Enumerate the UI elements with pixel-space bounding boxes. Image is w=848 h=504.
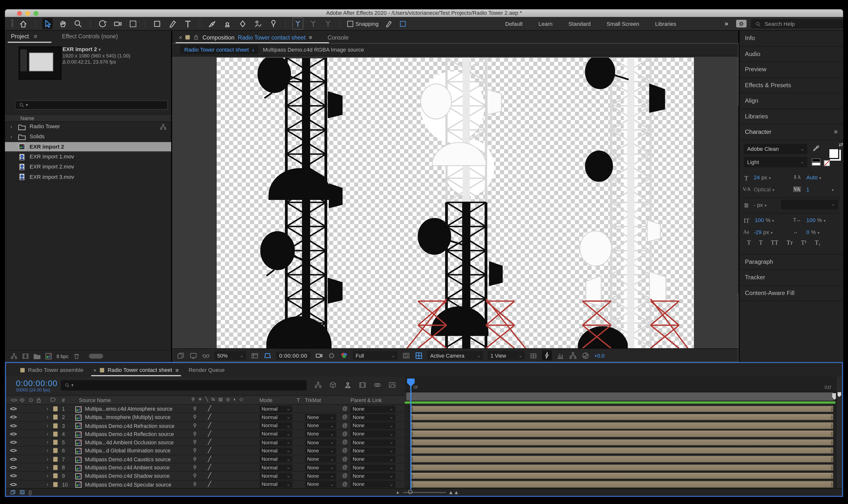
eraser-tool[interactable] — [237, 18, 248, 29]
layer-duration-bar[interactable] — [411, 422, 833, 429]
layer-label-swatch[interactable] — [53, 407, 58, 411]
pan-behind-tool[interactable] — [128, 18, 138, 29]
zoom-in-frames-icon[interactable]: ▲▲ — [448, 489, 459, 496]
zoom-window-button[interactable] — [33, 11, 38, 16]
trash-icon[interactable] — [73, 353, 80, 360]
always-preview-icon[interactable] — [177, 351, 185, 359]
graph-editor-icon[interactable] — [389, 381, 396, 389]
quality-icon[interactable]: ╱ — [208, 439, 211, 445]
show-snapshot-icon[interactable] — [328, 351, 336, 359]
layer-duration-row[interactable] — [405, 464, 835, 472]
layer-label-swatch[interactable] — [53, 482, 58, 487]
layer-label-swatch[interactable] — [53, 423, 58, 428]
table-row[interactable]: › 6 Multipa...d Global Illumination sour… — [6, 447, 405, 455]
world-axis-mode-button[interactable] — [308, 18, 318, 29]
layer-name[interactable]: Multipass Demo.c4d Reflection source — [85, 431, 191, 437]
blend-mode-dropdown[interactable]: Normal⌄ — [259, 456, 292, 463]
search-help-field[interactable]: Search Help — [751, 19, 843, 29]
shy-icon[interactable]: ⚲ — [193, 431, 197, 436]
parent-pickwhip-icon[interactable]: @ — [342, 422, 348, 428]
brush-tool[interactable] — [207, 18, 217, 29]
work-area-bar[interactable] — [406, 392, 834, 401]
workspace-item[interactable]: Standard — [569, 21, 591, 27]
expander-icon[interactable]: › — [47, 456, 48, 462]
eye-icon[interactable] — [10, 423, 17, 428]
parent-pickwhip-icon[interactable]: @ — [342, 414, 348, 420]
eye-icon[interactable] — [10, 465, 17, 470]
layer-name[interactable]: Multipa...4d Ambient Occlusion source — [85, 439, 191, 446]
transparency-grid-icon[interactable] — [415, 351, 423, 359]
stroke-width-value[interactable]: -px▾ — [754, 202, 766, 208]
parent-link-dropdown[interactable]: None⌄ — [350, 456, 396, 463]
kerning-value[interactable]: Optical▾ — [754, 186, 774, 192]
tab-console[interactable]: Console — [327, 34, 348, 40]
viewer-tab-kind[interactable]: Composition — [202, 34, 234, 40]
viewer-timecode[interactable]: 0:00:00:00 — [276, 351, 310, 359]
trkmat-dropdown[interactable]: None⌄ — [305, 422, 336, 429]
panel-menu-icon[interactable]: ≡ — [309, 34, 312, 40]
faux-style-button[interactable]: Tᴛ — [787, 239, 793, 245]
parent-link-dropdown[interactable]: None⌄ — [350, 464, 396, 471]
panel-header[interactable]: Content-Aware Fill — [739, 285, 843, 301]
layer-duration-bar[interactable] — [411, 431, 833, 437]
layer-label-swatch[interactable] — [53, 432, 58, 436]
swap-fill-stroke-icon[interactable]: ⇄ — [839, 141, 843, 147]
panel-header[interactable]: Effects & Presets — [739, 78, 843, 93]
quality-icon[interactable]: ╱ — [208, 456, 211, 462]
expand-inout-icon[interactable]: {} — [29, 489, 32, 495]
timeline-right-strip[interactable] — [836, 377, 842, 489]
viewer-tab-comp-name[interactable]: Radio Tower contact sheet — [238, 34, 306, 40]
panel-header[interactable]: Preview — [739, 62, 843, 78]
region-of-interest-icon[interactable] — [263, 351, 271, 359]
fill-color-swatch[interactable] — [828, 148, 840, 159]
faux-style-button[interactable]: T — [759, 239, 763, 245]
comp-marker-icon[interactable] — [837, 392, 841, 397]
vertical-scale-value[interactable]: 100%▾ — [755, 217, 774, 223]
tracking-value[interactable]: 1▾ — [806, 186, 834, 192]
trkmat-dropdown[interactable]: None⌄ — [305, 431, 336, 437]
layer-name[interactable]: Multipa...d Global Illumination source — [85, 448, 191, 454]
col-t[interactable]: T — [297, 397, 300, 403]
parent-pickwhip-icon[interactable]: @ — [342, 481, 348, 487]
faux-style-button[interactable]: T¹ — [801, 239, 807, 245]
show-channel-icon[interactable] — [340, 351, 348, 359]
layer-duration-row[interactable] — [405, 455, 835, 464]
viewer-canvas-area[interactable] — [172, 56, 738, 348]
blend-mode-dropdown[interactable]: Normal⌄ — [259, 431, 292, 437]
col-mode[interactable]: Mode — [259, 397, 272, 403]
active-camera-dropdown[interactable]: Active Camera⌄ — [428, 351, 484, 360]
leading-value[interactable]: Auto▾ — [806, 174, 821, 180]
safe-margins-icon[interactable] — [251, 351, 259, 359]
eye-icon[interactable] — [10, 407, 17, 411]
tab-effect-controls[interactable]: Effect Controls (none) — [62, 33, 118, 39]
trkmat-dropdown[interactable]: None⌄ — [305, 481, 336, 488]
primary-viewer-icon[interactable] — [189, 351, 197, 359]
exposure-icon[interactable] — [581, 351, 590, 359]
panel-menu-icon[interactable]: ≡ — [175, 367, 179, 373]
layer-label-swatch[interactable] — [53, 457, 58, 462]
time-ruler[interactable]: 0f 01f — [405, 377, 835, 392]
layer-duration-bar[interactable] — [411, 472, 833, 479]
panel-header[interactable]: Tracker — [739, 270, 843, 286]
home-tool[interactable] — [18, 18, 29, 29]
parent-pickwhip-icon[interactable]: @ — [342, 405, 348, 411]
grid-guides-icon[interactable] — [529, 351, 538, 359]
timeline-tab[interactable]: × Radio Tower contact sheet ≡ — [91, 363, 181, 377]
magnification-icon[interactable] — [202, 351, 210, 359]
breadcrumb-source[interactable]: Multipass Demo.c4d RGBA Image source — [263, 47, 364, 53]
parent-link-dropdown[interactable]: None⌄ — [350, 481, 396, 488]
solo-column-icon[interactable] — [28, 397, 34, 403]
expand-layer-switches-icon[interactable] — [10, 489, 16, 496]
new-composition-icon[interactable] — [45, 353, 52, 360]
parent-link-dropdown[interactable]: None⌄ — [350, 448, 396, 454]
expander-icon[interactable]: › — [47, 414, 48, 420]
character-panel-header[interactable]: Character ≡ — [739, 125, 843, 140]
eye-column-icon[interactable] — [10, 398, 17, 402]
table-row[interactable]: › 3 Multipass Demo.c4d Refraction source… — [6, 421, 405, 430]
shy-icon[interactable]: ⚲ — [193, 414, 197, 420]
hand-tool[interactable] — [57, 18, 68, 29]
rotation-tool[interactable] — [97, 18, 107, 29]
horizontal-scale-value[interactable]: 100%▾ — [806, 217, 825, 223]
font-size-value[interactable]: 24px▾ — [754, 174, 771, 180]
blend-mode-dropdown[interactable]: Normal⌄ — [259, 481, 292, 488]
